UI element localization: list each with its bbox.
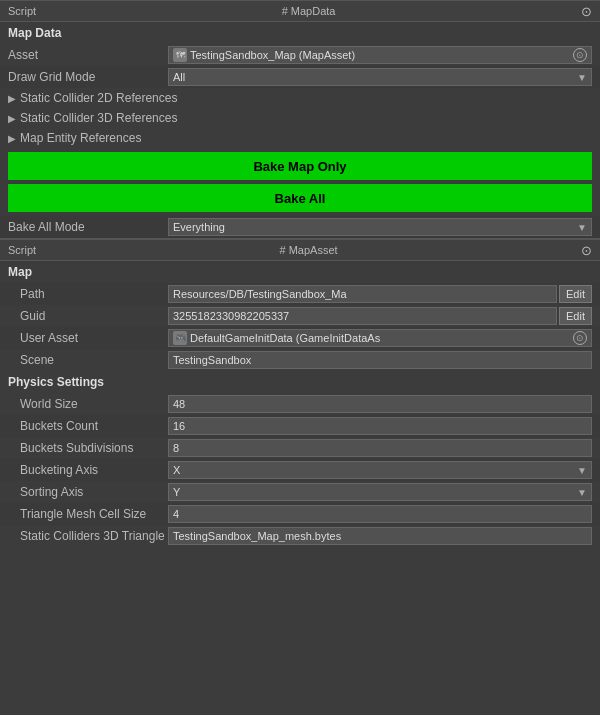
bake-map-only-button[interactable]: Bake Map Only	[8, 152, 592, 180]
guid-value-container: Edit	[168, 307, 592, 325]
asset-value-container: 🗺 TestingSandbox_Map (MapAsset) ⊙	[168, 46, 592, 64]
path-label: Path	[8, 287, 168, 301]
user-asset-label: User Asset	[8, 331, 168, 345]
script-value-1: # MapData	[36, 5, 581, 17]
asset-icon: 🗺	[173, 48, 187, 62]
triangle-mesh-cell-size-label: Triangle Mesh Cell Size	[8, 507, 168, 521]
sorting-axis-value: Y ▼	[168, 483, 592, 501]
scene-input[interactable]	[168, 351, 592, 369]
user-asset-value-container: 🎮 DefaultGameInitData (GameInitDataAs ⊙	[168, 329, 592, 347]
path-edit-button[interactable]: Edit	[559, 285, 592, 303]
world-size-row: World Size	[0, 393, 600, 415]
triangle-mesh-cell-size-input[interactable]	[168, 505, 592, 523]
bake-all-mode-dropdown[interactable]: Everything ▼	[168, 218, 592, 236]
path-field-row: Path Edit	[0, 283, 600, 305]
draw-grid-mode-arrow: ▼	[577, 72, 587, 83]
buckets-count-input[interactable]	[168, 417, 592, 435]
static-colliders-3d-triangle-value	[168, 527, 592, 545]
static-colliders-3d-triangle-input[interactable]	[168, 527, 592, 545]
asset-object-ref[interactable]: 🗺 TestingSandbox_Map (MapAsset) ⊙	[168, 46, 592, 64]
bucketing-axis-label: Bucketing Axis	[8, 463, 168, 477]
map-entity-row[interactable]: ▶ Map Entity References	[0, 128, 600, 148]
settings-icon-2[interactable]: ⊙	[581, 243, 592, 258]
collider-2d-label: Static Collider 2D References	[20, 91, 177, 105]
buckets-count-value	[168, 417, 592, 435]
user-asset-field-row: User Asset 🎮 DefaultGameInitData (GameIn…	[0, 327, 600, 349]
asset-label: Asset	[8, 48, 168, 62]
world-size-label: World Size	[8, 397, 168, 411]
sorting-axis-arrow: ▼	[577, 487, 587, 498]
bake-all-mode-label: Bake All Mode	[8, 220, 168, 234]
map-data-title: Map Data	[0, 22, 600, 44]
world-size-value	[168, 395, 592, 413]
bucketing-axis-row: Bucketing Axis X ▼	[0, 459, 600, 481]
script-header-mapdata: Script # MapData ⊙	[0, 0, 600, 22]
bucketing-axis-dropdown[interactable]: X ▼	[168, 461, 592, 479]
sorting-axis-text: Y	[173, 486, 577, 498]
bake-all-mode-value: Everything ▼	[168, 218, 592, 236]
buckets-count-row: Buckets Count	[0, 415, 600, 437]
map-entity-arrow: ▶	[8, 133, 16, 144]
script-value-2: # MapAsset	[36, 244, 581, 256]
draw-grid-mode-row: Draw Grid Mode All ▼	[0, 66, 600, 88]
bucketing-axis-arrow: ▼	[577, 465, 587, 476]
sorting-axis-dropdown[interactable]: Y ▼	[168, 483, 592, 501]
inspector-panel: Script # MapData ⊙ Map Data Asset 🗺 Test…	[0, 0, 600, 547]
draw-grid-mode-label: Draw Grid Mode	[8, 70, 168, 84]
user-asset-icon: 🎮	[173, 331, 187, 345]
path-input[interactable]	[168, 285, 557, 303]
triangle-mesh-cell-size-row: Triangle Mesh Cell Size	[0, 503, 600, 525]
guid-field-row: Guid Edit	[0, 305, 600, 327]
user-asset-object-ref[interactable]: 🎮 DefaultGameInitData (GameInitDataAs ⊙	[168, 329, 592, 347]
physics-settings-title: Physics Settings	[0, 371, 600, 393]
collider-3d-label: Static Collider 3D References	[20, 111, 177, 125]
script-label-2: Script	[8, 244, 36, 256]
draw-grid-mode-text: All	[173, 71, 577, 83]
bake-all-mode-text: Everything	[173, 221, 577, 233]
asset-ref-text: TestingSandbox_Map (MapAsset)	[190, 49, 573, 61]
bake-all-mode-row: Bake All Mode Everything ▼	[0, 216, 600, 238]
asset-field-row: Asset 🗺 TestingSandbox_Map (MapAsset) ⊙	[0, 44, 600, 66]
map-entity-label: Map Entity References	[20, 131, 141, 145]
sorting-axis-label: Sorting Axis	[8, 485, 168, 499]
asset-ref-circle[interactable]: ⊙	[573, 48, 587, 62]
collider-2d-arrow: ▶	[8, 93, 16, 104]
path-input-group: Edit	[168, 285, 592, 303]
guid-input[interactable]	[168, 307, 557, 325]
static-colliders-3d-triangle-row: Static Colliders 3D Triangle	[0, 525, 600, 547]
path-value-container: Edit	[168, 285, 592, 303]
map-section-title: Map	[0, 261, 600, 283]
scene-field-row: Scene	[0, 349, 600, 371]
user-asset-ref-circle[interactable]: ⊙	[573, 331, 587, 345]
bake-all-button[interactable]: Bake All	[8, 184, 592, 212]
buckets-count-label: Buckets Count	[8, 419, 168, 433]
triangle-mesh-cell-size-value	[168, 505, 592, 523]
buckets-subdivisions-value	[168, 439, 592, 457]
draw-grid-mode-dropdown[interactable]: All ▼	[168, 68, 592, 86]
bake-all-mode-arrow: ▼	[577, 222, 587, 233]
guid-label: Guid	[8, 309, 168, 323]
scene-label: Scene	[8, 353, 168, 367]
scene-value-container	[168, 351, 592, 369]
bucketing-axis-text: X	[173, 464, 577, 476]
user-asset-ref-text: DefaultGameInitData (GameInitDataAs	[190, 332, 573, 344]
sorting-axis-row: Sorting Axis Y ▼	[0, 481, 600, 503]
collider-3d-arrow: ▶	[8, 113, 16, 124]
static-colliders-3d-triangle-label: Static Colliders 3D Triangle	[8, 529, 168, 543]
static-collider-3d-row[interactable]: ▶ Static Collider 3D References	[0, 108, 600, 128]
guid-edit-button[interactable]: Edit	[559, 307, 592, 325]
script-header-mapasset: Script # MapAsset ⊙	[0, 239, 600, 261]
buckets-subdivisions-row: Buckets Subdivisions	[0, 437, 600, 459]
world-size-input[interactable]	[168, 395, 592, 413]
script-label-1: Script	[8, 5, 36, 17]
buckets-subdivisions-input[interactable]	[168, 439, 592, 457]
settings-icon-1[interactable]: ⊙	[581, 4, 592, 19]
draw-grid-mode-value: All ▼	[168, 68, 592, 86]
guid-input-group: Edit	[168, 307, 592, 325]
static-collider-2d-row[interactable]: ▶ Static Collider 2D References	[0, 88, 600, 108]
buckets-subdivisions-label: Buckets Subdivisions	[8, 441, 168, 455]
bucketing-axis-value: X ▼	[168, 461, 592, 479]
